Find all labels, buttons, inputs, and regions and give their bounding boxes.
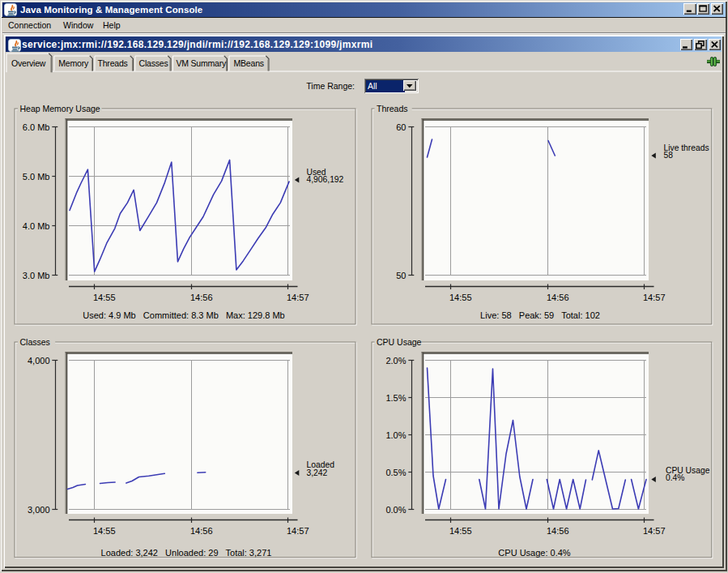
svg-text:Threads: Threads [98, 58, 128, 68]
svg-text:3.0 Mb: 3.0 Mb [23, 271, 50, 280]
svg-text:14:57: 14:57 [643, 526, 666, 536]
svg-text:14:56: 14:56 [190, 293, 213, 302]
svg-text:Threads: Threads [377, 104, 408, 113]
svg-text:Classes: Classes [139, 58, 168, 68]
svg-text:14:57: 14:57 [643, 293, 666, 302]
svg-text:14:55: 14:55 [93, 293, 116, 302]
svg-text:50: 50 [396, 271, 406, 280]
svg-text:5.0 Mb: 5.0 Mb [23, 172, 50, 182]
svg-text:MBeans: MBeans [234, 58, 264, 68]
svg-text:14:55: 14:55 [93, 526, 116, 536]
svg-text:14:56: 14:56 [190, 526, 213, 536]
svg-text:Memory: Memory [58, 58, 89, 68]
svg-text:0.4%: 0.4% [666, 473, 684, 482]
svg-text:4.0 Mb: 4.0 Mb [23, 221, 50, 231]
svg-text:Loaded: 3,242 Unloaded: 29: Loaded: 3,242 Unloaded: 29 Total: 3,271 [101, 548, 272, 558]
svg-text:60: 60 [396, 122, 406, 132]
svg-text:2.0%: 2.0% [385, 356, 406, 366]
svg-text:Live: 58 Peak: 59 Total: 1: Live: 58 Peak: 59 Total: 102 [480, 310, 600, 320]
svg-text:CPU Usage: CPU Usage [377, 337, 422, 347]
svg-text:58: 58 [664, 151, 674, 160]
svg-text:14:55: 14:55 [449, 526, 472, 536]
svg-text:14:57: 14:57 [287, 526, 309, 536]
svg-text:4,000: 4,000 [28, 356, 50, 366]
svg-text:4,906,192: 4,906,192 [307, 175, 344, 184]
svg-text:14:55: 14:55 [449, 293, 472, 302]
svg-text:Heap Memory Usage: Heap Memory Usage [20, 104, 100, 113]
svg-text:0.0%: 0.0% [385, 505, 406, 515]
svg-text:14:56: 14:56 [547, 526, 569, 536]
svg-text:Classes: Classes [20, 337, 50, 347]
svg-text:3,242: 3,242 [307, 468, 328, 477]
svg-text:14:56: 14:56 [547, 293, 569, 302]
svg-text:6.0 Mb: 6.0 Mb [23, 122, 50, 132]
svg-text:Overview: Overview [11, 58, 46, 68]
svg-text:14:57: 14:57 [287, 293, 309, 302]
svg-text:CPU Usage: 0.4%: CPU Usage: 0.4% [498, 548, 570, 558]
svg-text:3,000: 3,000 [28, 505, 50, 515]
svg-text:VM Summary: VM Summary [177, 58, 228, 68]
svg-text:1.5%: 1.5% [385, 393, 406, 403]
svg-text:1.0%: 1.0% [385, 430, 406, 440]
svg-text:Used: 4.9 Mb Committed: 8.3: Used: 4.9 Mb Committed: 8.3 Mb Max: 129.… [83, 310, 284, 320]
svg-text:0.5%: 0.5% [385, 468, 406, 477]
